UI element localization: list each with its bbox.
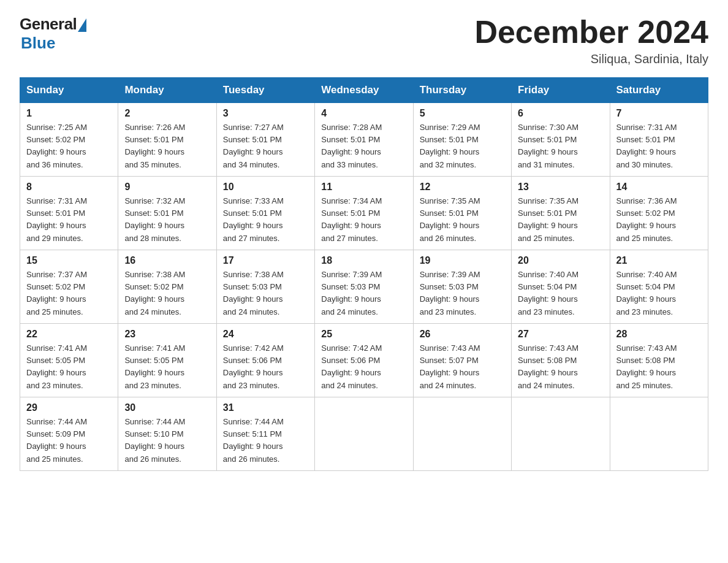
header-tuesday: Tuesday: [216, 78, 314, 103]
month-title: December 2024: [474, 15, 708, 50]
day-number: 8: [26, 182, 112, 193]
day-number: 21: [616, 255, 702, 266]
calendar-week-1: 1Sunrise: 7:25 AMSunset: 5:02 PMDaylight…: [20, 103, 708, 177]
day-info: Sunrise: 7:34 AMSunset: 5:01 PMDaylight:…: [321, 195, 406, 245]
day-info: Sunrise: 7:44 AMSunset: 5:10 PMDaylight:…: [124, 416, 210, 465]
day-info: Sunrise: 7:44 AMSunset: 5:11 PMDaylight:…: [223, 416, 308, 465]
day-number: 10: [223, 182, 308, 193]
day-info: Sunrise: 7:42 AMSunset: 5:06 PMDaylight:…: [321, 342, 406, 392]
calendar-cell: 9Sunrise: 7:32 AMSunset: 5:01 PMDaylight…: [118, 177, 216, 250]
day-info: Sunrise: 7:33 AMSunset: 5:01 PMDaylight:…: [223, 195, 308, 245]
logo-top: General: [20, 15, 86, 34]
day-info: Sunrise: 7:35 AMSunset: 5:01 PMDaylight:…: [518, 195, 603, 245]
day-info: Sunrise: 7:27 AMSunset: 5:01 PMDaylight:…: [223, 121, 308, 171]
calendar-cell: 13Sunrise: 7:35 AMSunset: 5:01 PMDayligh…: [512, 177, 610, 250]
day-info: Sunrise: 7:32 AMSunset: 5:01 PMDaylight:…: [124, 195, 210, 245]
calendar-cell: 27Sunrise: 7:43 AMSunset: 5:08 PMDayligh…: [512, 324, 610, 397]
day-info: Sunrise: 7:41 AMSunset: 5:05 PMDaylight:…: [124, 342, 210, 392]
calendar-week-4: 22Sunrise: 7:41 AMSunset: 5:05 PMDayligh…: [20, 324, 708, 397]
day-info: Sunrise: 7:37 AMSunset: 5:02 PMDaylight:…: [26, 269, 112, 318]
calendar-cell: 6Sunrise: 7:30 AMSunset: 5:01 PMDaylight…: [512, 103, 610, 177]
day-info: Sunrise: 7:29 AMSunset: 5:01 PMDaylight:…: [420, 121, 505, 171]
logo: General Blue: [20, 15, 86, 53]
day-number: 25: [321, 329, 406, 340]
calendar-cell: 20Sunrise: 7:40 AMSunset: 5:04 PMDayligh…: [512, 250, 610, 324]
day-info: Sunrise: 7:40 AMSunset: 5:04 PMDaylight:…: [616, 269, 702, 318]
day-number: 18: [321, 255, 406, 266]
calendar-cell: [413, 397, 511, 471]
day-info: Sunrise: 7:36 AMSunset: 5:02 PMDaylight:…: [616, 195, 702, 245]
calendar-cell: 28Sunrise: 7:43 AMSunset: 5:08 PMDayligh…: [610, 324, 708, 397]
day-info: Sunrise: 7:38 AMSunset: 5:02 PMDaylight:…: [124, 269, 210, 318]
calendar-cell: 14Sunrise: 7:36 AMSunset: 5:02 PMDayligh…: [610, 177, 708, 250]
day-info: Sunrise: 7:30 AMSunset: 5:01 PMDaylight:…: [518, 121, 603, 171]
day-number: 26: [420, 329, 505, 340]
day-number: 11: [321, 182, 406, 193]
calendar-cell: 26Sunrise: 7:43 AMSunset: 5:07 PMDayligh…: [413, 324, 511, 397]
day-info: Sunrise: 7:43 AMSunset: 5:08 PMDaylight:…: [518, 342, 603, 392]
header-sunday: Sunday: [20, 78, 118, 103]
day-number: 27: [518, 329, 603, 340]
calendar-table: SundayMondayTuesdayWednesdayThursdayFrid…: [20, 77, 708, 471]
calendar-week-5: 29Sunrise: 7:44 AMSunset: 5:09 PMDayligh…: [20, 397, 708, 471]
day-info: Sunrise: 7:31 AMSunset: 5:01 PMDaylight:…: [26, 195, 112, 245]
day-info: Sunrise: 7:25 AMSunset: 5:02 PMDaylight:…: [26, 121, 112, 171]
calendar-cell: 22Sunrise: 7:41 AMSunset: 5:05 PMDayligh…: [20, 324, 118, 397]
calendar-cell: 8Sunrise: 7:31 AMSunset: 5:01 PMDaylight…: [20, 177, 118, 250]
calendar-cell: 29Sunrise: 7:44 AMSunset: 5:09 PMDayligh…: [20, 397, 118, 471]
calendar-cell: 31Sunrise: 7:44 AMSunset: 5:11 PMDayligh…: [216, 397, 314, 471]
calendar-cell: 15Sunrise: 7:37 AMSunset: 5:02 PMDayligh…: [20, 250, 118, 324]
calendar-cell: 7Sunrise: 7:31 AMSunset: 5:01 PMDaylight…: [610, 103, 708, 177]
header-wednesday: Wednesday: [315, 78, 413, 103]
calendar-cell: 24Sunrise: 7:42 AMSunset: 5:06 PMDayligh…: [216, 324, 314, 397]
header-saturday: Saturday: [610, 78, 708, 103]
day-info: Sunrise: 7:43 AMSunset: 5:08 PMDaylight:…: [616, 342, 702, 392]
calendar-cell: 4Sunrise: 7:28 AMSunset: 5:01 PMDaylight…: [315, 103, 413, 177]
calendar-cell: 2Sunrise: 7:26 AMSunset: 5:01 PMDaylight…: [118, 103, 216, 177]
calendar-cell: [315, 397, 413, 471]
calendar-cell: 18Sunrise: 7:39 AMSunset: 5:03 PMDayligh…: [315, 250, 413, 324]
day-number: 5: [420, 108, 505, 119]
day-number: 24: [223, 329, 308, 340]
day-number: 30: [124, 402, 210, 413]
day-number: 14: [616, 182, 702, 193]
day-info: Sunrise: 7:28 AMSunset: 5:01 PMDaylight:…: [321, 121, 406, 171]
calendar-cell: 11Sunrise: 7:34 AMSunset: 5:01 PMDayligh…: [315, 177, 413, 250]
header-monday: Monday: [118, 78, 216, 103]
day-number: 20: [518, 255, 603, 266]
calendar-week-2: 8Sunrise: 7:31 AMSunset: 5:01 PMDaylight…: [20, 177, 708, 250]
day-number: 4: [321, 108, 406, 119]
day-info: Sunrise: 7:26 AMSunset: 5:01 PMDaylight:…: [124, 121, 210, 171]
day-number: 15: [26, 255, 112, 266]
day-number: 28: [616, 329, 702, 340]
day-number: 16: [124, 255, 210, 266]
day-number: 7: [616, 108, 702, 119]
day-number: 1: [26, 108, 112, 119]
title-section: December 2024 Siliqua, Sardinia, Italy: [474, 15, 708, 66]
day-number: 13: [518, 182, 603, 193]
header-friday: Friday: [512, 78, 610, 103]
day-number: 9: [124, 182, 210, 193]
day-info: Sunrise: 7:43 AMSunset: 5:07 PMDaylight:…: [420, 342, 505, 392]
day-number: 17: [223, 255, 308, 266]
day-info: Sunrise: 7:40 AMSunset: 5:04 PMDaylight:…: [518, 269, 603, 318]
calendar-cell: 19Sunrise: 7:39 AMSunset: 5:03 PMDayligh…: [413, 250, 511, 324]
logo-blue-text: Blue: [21, 34, 55, 53]
day-number: 31: [223, 402, 308, 413]
day-number: 29: [26, 402, 112, 413]
day-info: Sunrise: 7:42 AMSunset: 5:06 PMDaylight:…: [223, 342, 308, 392]
calendar-cell: 12Sunrise: 7:35 AMSunset: 5:01 PMDayligh…: [413, 177, 511, 250]
calendar-cell: 3Sunrise: 7:27 AMSunset: 5:01 PMDaylight…: [216, 103, 314, 177]
location: Siliqua, Sardinia, Italy: [474, 52, 708, 66]
logo-general-text: General: [20, 15, 77, 34]
day-info: Sunrise: 7:39 AMSunset: 5:03 PMDaylight:…: [420, 269, 505, 318]
calendar-cell: 16Sunrise: 7:38 AMSunset: 5:02 PMDayligh…: [118, 250, 216, 324]
day-info: Sunrise: 7:39 AMSunset: 5:03 PMDaylight:…: [321, 269, 406, 318]
day-info: Sunrise: 7:44 AMSunset: 5:09 PMDaylight:…: [26, 416, 112, 465]
calendar-cell: [610, 397, 708, 471]
day-info: Sunrise: 7:35 AMSunset: 5:01 PMDaylight:…: [420, 195, 505, 245]
calendar-cell: [512, 397, 610, 471]
calendar-cell: 1Sunrise: 7:25 AMSunset: 5:02 PMDaylight…: [20, 103, 118, 177]
calendar-cell: 25Sunrise: 7:42 AMSunset: 5:06 PMDayligh…: [315, 324, 413, 397]
day-number: 19: [420, 255, 505, 266]
